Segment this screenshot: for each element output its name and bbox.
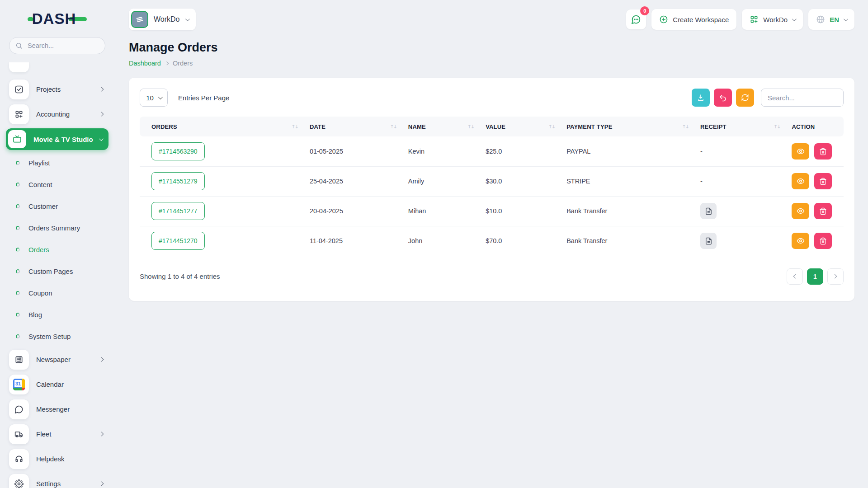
gear-icon [9,474,29,488]
chevron-right-icon [99,87,104,92]
chevron-left-icon [793,274,798,279]
workspace-selector[interactable]: WorkDo [129,9,196,30]
sidebar-subitem-system-setup[interactable]: System Setup [6,325,108,347]
sidebar-subitem-customer[interactable]: Customer [6,195,108,217]
chevron-right-icon [99,432,104,436]
column-header-value[interactable]: VALUE↑↓ [481,117,562,136]
sidebar-search-input[interactable] [27,42,99,50]
delete-order-button[interactable] [814,233,832,249]
sidebar-item-fleet[interactable]: Fleet [6,422,108,446]
sidebar-subitem-label: Blog [28,311,42,319]
column-header-name[interactable]: NAME↑↓ [404,117,481,136]
sidebar-subitem-label: Orders Summary [28,224,80,232]
check-square-icon [9,80,29,99]
receipt-file-button[interactable] [700,203,717,219]
sidebar-search[interactable] [9,37,105,54]
sidebar-item-calendar[interactable]: 31 Calendar [6,372,108,397]
column-header-payment-type[interactable]: PAYMENT TYPE↑↓ [562,117,696,136]
messages-button[interactable]: 0 [626,9,646,29]
order-id-badge[interactable]: #1714451270 [151,232,205,250]
sidebar-item-label: Helpdesk [36,455,105,463]
receipt-file-button[interactable] [700,233,717,249]
entries-per-page-select[interactable]: 10 [140,89,168,107]
view-order-button[interactable] [792,233,809,249]
view-order-button[interactable] [792,143,809,160]
brand-logo[interactable]: DASH [0,7,114,31]
order-date-cell: 20-04-2025 [305,196,404,226]
sidebar-subitem-coupon[interactable]: Coupon [6,282,108,304]
workdo-menu-button[interactable]: WorkDo [742,9,803,30]
sidebar-subitem-orders[interactable]: Orders [6,239,108,260]
sort-icon[interactable]: ↑↓ [682,124,691,130]
sidebar-subitem-orders-summary[interactable]: Orders Summary [6,217,108,239]
view-order-button[interactable] [792,203,809,219]
sort-icon[interactable]: ↑↓ [291,124,300,130]
order-id-badge[interactable]: #1714451277 [151,202,205,220]
sidebar-item-accounting[interactable]: Accounting [6,102,108,127]
view-order-button[interactable] [792,173,809,189]
sort-icon[interactable]: ↑↓ [548,124,557,130]
breadcrumb-current: Orders [173,60,193,67]
export-download-button[interactable] [692,89,710,107]
sidebar-menu: Projects Accounting Movie & TV Studio [0,62,114,488]
sidebar-item-label: Settings [36,480,100,488]
pagination-prev-button[interactable] [787,268,803,285]
entries-per-page-value: 10 [146,94,154,102]
create-workspace-button[interactable]: Create Workspace [651,9,736,30]
table-row: #1714451270 11-04-2025 John $70.0 Bank T… [140,226,844,256]
sidebar-subitem-blog[interactable]: Blog [6,304,108,325]
sidebar-subitem-content[interactable]: Content [6,174,108,195]
sidebar-item-messenger[interactable]: Messenger [6,397,108,422]
column-header-date[interactable]: DATE↑↓ [305,117,404,136]
sidebar-subitem-custom-pages[interactable]: Custom Pages [6,260,108,282]
chevron-down-icon [844,17,848,21]
delete-order-button[interactable] [814,173,832,189]
sidebar-item-projects[interactable]: Projects [6,77,108,102]
order-id-badge[interactable]: #1714563290 [151,142,205,160]
main-content: WorkDo 0 Create Workspace [114,0,868,488]
pagination: 1 [787,268,844,285]
breadcrumb-dashboard-link[interactable]: Dashboard [129,60,161,67]
chevron-down-icon [792,17,797,21]
column-header-orders[interactable]: ORDERS↑↓ [140,117,305,136]
partially-visible-menu-item [9,62,29,72]
app-root: DASH Projects Accounting [0,0,868,488]
order-name-cell: Mihan [404,196,481,226]
sort-icon[interactable]: ↑↓ [390,124,399,130]
bullet-icon [15,291,20,295]
undo-button[interactable] [714,89,732,107]
sidebar-item-newspaper[interactable]: Newspaper [6,347,108,372]
refresh-button[interactable] [736,89,754,107]
sidebar-item-movie-tv-studio[interactable]: Movie & TV Studio [6,128,108,150]
sidebar-item-label: Newspaper [36,356,100,363]
language-selector[interactable]: EN [808,9,854,30]
sidebar-item-label: Movie & TV Studio [33,136,99,143]
sidebar-subitem-playlist[interactable]: Playlist [6,152,108,174]
sidebar-item-helpdesk[interactable]: Helpdesk [6,446,108,471]
order-date-cell: 25-04-2025 [305,166,404,196]
table-row: #1714563290 01-05-2025 Kevin $25.0 PAYPA… [140,136,844,166]
delete-order-button[interactable] [814,203,832,219]
sort-icon[interactable]: ↑↓ [774,124,783,130]
globe-icon [816,15,825,24]
pagination-page-1[interactable]: 1 [807,268,823,285]
pagination-next-button[interactable] [827,268,844,285]
order-value-cell: $30.0 [481,166,562,196]
order-value-cell: $10.0 [481,196,562,226]
sort-icon[interactable]: ↑↓ [467,124,476,130]
topbar: WorkDo 0 Create Workspace [129,5,854,33]
sidebar: DASH Projects Accounting [0,0,114,488]
bullet-icon [15,247,20,252]
sidebar-item-label: Accounting [36,110,100,118]
page-title: Manage Orders [129,41,854,55]
table-row: #1714551279 25-04-2025 Amily $30.0 STRIP… [140,166,844,196]
column-header-receipt[interactable]: RECEIPT↑↓ [696,117,787,136]
table-search-input[interactable] [761,89,844,107]
delete-order-button[interactable] [814,143,832,160]
chevron-right-icon [99,357,104,362]
logo-text: DASH [32,10,76,28]
sidebar-item-settings[interactable]: Settings [6,471,108,488]
headphones-icon [9,449,29,469]
sidebar-item-label: Projects [36,85,100,93]
order-id-badge[interactable]: #1714551279 [151,172,205,190]
